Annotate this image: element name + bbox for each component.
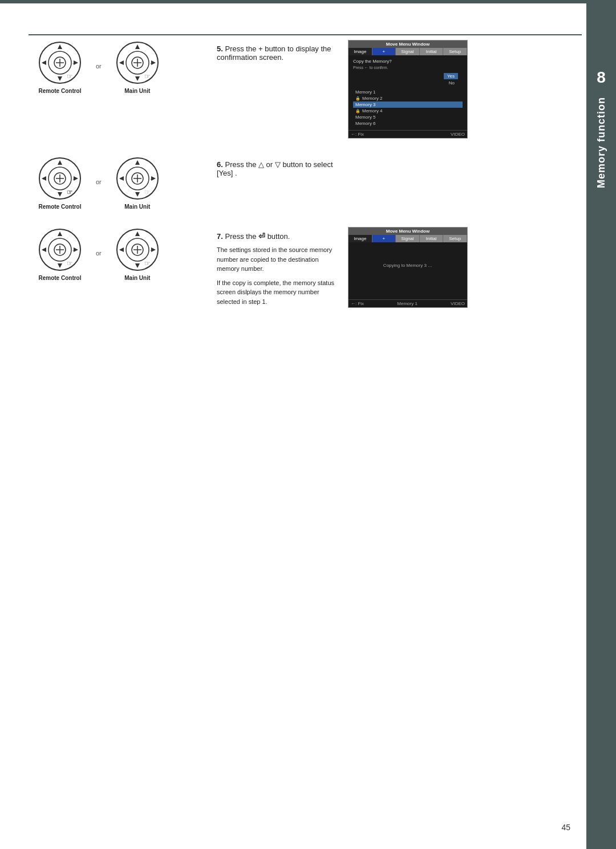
step5-text: 5. Press the + button to display the con… — [211, 40, 342, 62]
remote-control-item-1: + − ☞ Remote Control — [29, 40, 91, 94]
svg-text:−: − — [120, 248, 123, 253]
svg-text:+: + — [150, 61, 153, 66]
screen1-mem4: Memory 4 — [353, 108, 463, 114]
screen1-mem5: Memory 5 — [353, 114, 463, 120]
screen1-footer-left: ←: Fix — [351, 132, 364, 137]
screen1-copy-prompt: Copy the Memory? — [353, 59, 463, 64]
remote-control-dial-3: + − ☞ — [37, 227, 83, 273]
or-text-3: or — [96, 227, 102, 257]
remote-control-item-2: + − ☞ Remote Control — [29, 156, 91, 210]
svg-text:−: − — [43, 61, 46, 66]
step7-text: 7. Press the ⏎ button. The settings stor… — [211, 227, 342, 306]
screen2-footer-right: VIDEO — [451, 301, 465, 306]
step5-content: Press the + button to display the confir… — [217, 44, 331, 62]
screen1-tab-initial: Initial — [420, 48, 444, 55]
chapter-number: 8 — [597, 68, 606, 87]
remote-control-dial-1: + − ☞ — [37, 40, 83, 86]
step7-row: + − ☞ Remote Control or + — [29, 227, 582, 308]
svg-marker-5 — [58, 44, 62, 49]
svg-text:☞: ☞ — [144, 259, 151, 267]
main-unit-dial-2: + − ☞ — [115, 156, 160, 201]
svg-marker-54 — [58, 263, 62, 268]
screen2-tab-image: Image — [348, 235, 372, 242]
step5-instruction: 5. Press the + button to display the con… — [217, 44, 342, 62]
main-unit-item-3: + − ☞ Main Unit — [106, 227, 169, 281]
top-rule — [29, 34, 582, 35]
top-decorative-bar — [0, 0, 616, 3]
screen2-tab-signal: Signal — [396, 235, 420, 242]
screen2-body: Copying to Memory 3 … — [348, 242, 467, 299]
svg-text:−: − — [43, 248, 46, 253]
screen1-tab-setup: Setup — [443, 48, 467, 55]
remote-control-label-3: Remote Control — [39, 275, 82, 281]
screen1-mockup: Move Menu Window Image + Signal Initial … — [348, 40, 468, 139]
step6-number: 6. — [217, 160, 223, 169]
right-sidebar: 8 Memory function — [586, 0, 616, 849]
step5-row: + − ☞ Remote Control or — [29, 40, 582, 139]
step7-number: 7. — [217, 232, 223, 241]
svg-marker-18 — [135, 76, 140, 81]
page-number: 45 — [561, 823, 570, 832]
step5-controls: + − ☞ Remote Control or — [29, 40, 211, 94]
screen2-title: Move Menu Window — [348, 228, 467, 235]
screen2-footer-left: ←: Fix — [351, 301, 364, 306]
svg-text:−: − — [120, 61, 123, 66]
svg-text:☞: ☞ — [67, 72, 73, 80]
step6-controls: + − ☞ Remote Control or — [29, 156, 211, 210]
svg-text:+: + — [72, 248, 75, 253]
svg-text:☞: ☞ — [144, 188, 151, 196]
screen2-copy-msg: Copying to Memory 3 … — [353, 246, 463, 274]
screen1-press-prompt: Press ← to confirm. — [353, 66, 463, 70]
svg-marker-66 — [135, 263, 140, 268]
main-unit-dial-3: + − ☞ — [115, 227, 160, 273]
remote-control-label-2: Remote Control — [39, 204, 82, 210]
screen2-mockup: Move Menu Window Image + Signal Initial … — [348, 227, 468, 308]
main-unit-item-1: + − ☞ Main Unit — [106, 40, 169, 94]
screen1-title: Move Menu Window — [348, 40, 467, 48]
screen2-tab-initial: Initial — [420, 235, 444, 242]
remote-control-dial-2: + − ☞ — [37, 156, 83, 201]
screen1-tab-signal: Signal — [396, 48, 420, 55]
screen2-footer: ←: Fix Memory 1 VIDEO — [348, 299, 467, 307]
screen1-yes: Yes — [444, 73, 458, 79]
screen2-area: Move Menu Window Image + Signal Initial … — [348, 227, 473, 308]
svg-marker-41 — [135, 160, 140, 165]
step7-controls: + − ☞ Remote Control or + — [29, 227, 211, 281]
screen1-body: Copy the Memory? Press ← to confirm. Yes… — [348, 55, 467, 130]
screen1-tab-image: Image — [348, 48, 372, 55]
remote-control-item-3: + − ☞ Remote Control — [29, 227, 91, 281]
svg-marker-65 — [135, 231, 140, 236]
main-unit-label-2: Main Unit — [124, 204, 150, 210]
svg-text:☞: ☞ — [67, 188, 73, 196]
svg-text:+: + — [72, 177, 75, 182]
screen1-mem1: Memory 1 — [353, 89, 463, 95]
screen2-tab-plus: + — [372, 235, 396, 242]
screen2-tabs: Image + Signal Initial Setup — [348, 235, 467, 242]
screen2-footer-memory: Memory 1 — [397, 301, 418, 306]
or-text-1: or — [96, 40, 102, 70]
main-unit-label-1: Main Unit — [124, 88, 150, 94]
step7-label: Press the — [225, 232, 256, 241]
svg-marker-6 — [58, 76, 62, 81]
svg-text:−: − — [120, 177, 123, 182]
remote-control-label-1: Remote Control — [39, 88, 82, 94]
step6-row: + − ☞ Remote Control or — [29, 156, 582, 210]
step6-content: Press the △ or ▽ button to select [Yes] … — [217, 160, 333, 177]
screen1-buttons: Yes No — [353, 73, 463, 86]
step7-body2: If the copy is complete, the memory stat… — [217, 278, 342, 307]
screen1-footer: ←: Fix VIDEO — [348, 130, 467, 138]
screen1-area: Move Menu Window Image + Signal Initial … — [348, 40, 473, 139]
step7-body1: The settings stored in the source memory… — [217, 245, 342, 274]
svg-marker-53 — [58, 231, 62, 236]
screen1-mem6: Memory 6 — [353, 120, 463, 127]
svg-marker-42 — [135, 192, 140, 197]
svg-text:☞: ☞ — [144, 72, 151, 80]
svg-marker-29 — [58, 160, 62, 165]
screen1-memory-list: Memory 1 Memory 2 Memory 3 Memory 4 Memo… — [353, 89, 463, 127]
main-unit-label-3: Main Unit — [124, 275, 150, 281]
screen1-mem2: Memory 2 — [353, 95, 463, 101]
step5-number: 5. — [217, 44, 223, 53]
screen1-footer-right: VIDEO — [451, 132, 465, 137]
svg-text:+: + — [72, 61, 75, 66]
main-unit-item-2: + − ☞ Main Unit — [106, 156, 169, 210]
